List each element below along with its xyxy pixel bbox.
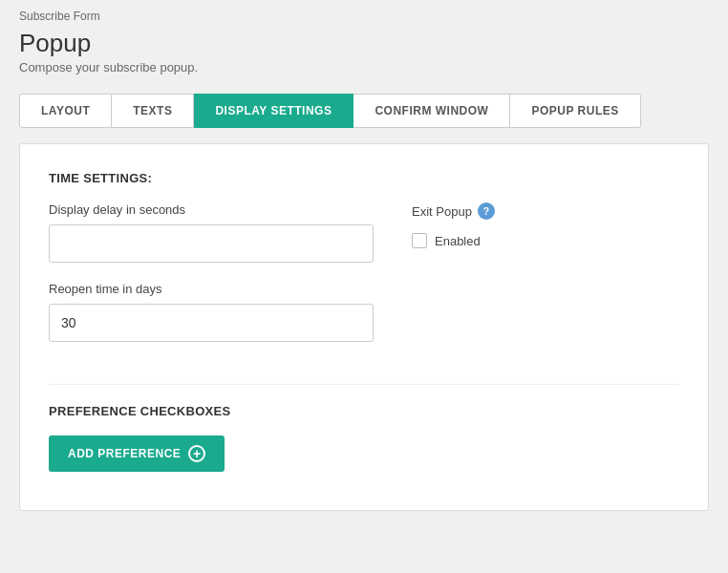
reopen-time-label: Reopen time in days bbox=[49, 282, 374, 296]
reopen-time-group: Reopen time in days bbox=[49, 282, 374, 342]
time-settings-title: TIME SETTINGS: bbox=[49, 171, 679, 185]
page-subtitle: Compose your subscribe popup. bbox=[19, 60, 709, 74]
section-divider bbox=[49, 384, 679, 385]
col-left: Display delay in seconds Reopen time in … bbox=[49, 202, 374, 361]
breadcrumb: Subscribe Form bbox=[19, 10, 709, 23]
add-preference-label: ADD PREFERENCE bbox=[68, 447, 181, 460]
tab-popup-rules[interactable]: POPUP RULES bbox=[510, 94, 640, 128]
display-delay-group: Display delay in seconds bbox=[49, 202, 374, 263]
page-wrapper: Subscribe Form Popup Compose your subscr… bbox=[0, 0, 728, 573]
tab-texts[interactable]: TEXTS bbox=[112, 94, 194, 128]
display-delay-input[interactable] bbox=[49, 224, 374, 263]
tabs-bar: LAYOUT TEXTS DISPLAY SETTINGS CONFIRM WI… bbox=[0, 80, 728, 128]
main-card: TIME SETTINGS: Display delay in seconds … bbox=[19, 143, 709, 511]
plus-icon: + bbox=[188, 445, 205, 462]
page-title: Popup bbox=[19, 29, 709, 58]
display-delay-label: Display delay in seconds bbox=[49, 202, 374, 217]
reopen-time-input[interactable] bbox=[49, 304, 374, 342]
two-col-layout: Display delay in seconds Reopen time in … bbox=[49, 202, 679, 361]
add-preference-button[interactable]: ADD PREFERENCE + bbox=[49, 435, 225, 472]
tab-confirm-window[interactable]: CONFIRM WINDOW bbox=[353, 94, 510, 128]
enabled-label: Enabled bbox=[435, 234, 481, 248]
help-icon[interactable]: ? bbox=[478, 202, 495, 220]
enabled-checkbox-row: Enabled bbox=[412, 233, 679, 248]
header: Subscribe Form Popup Compose your subscr… bbox=[0, 0, 728, 80]
preference-checkboxes-title: PREFERENCE CHECKBOXES bbox=[49, 404, 679, 418]
tab-display-settings[interactable]: DISPLAY SETTINGS bbox=[194, 94, 353, 128]
exit-popup-header: Exit Popup ? bbox=[412, 202, 679, 220]
col-right: Exit Popup ? Enabled bbox=[412, 202, 679, 248]
enabled-checkbox[interactable] bbox=[412, 233, 427, 248]
exit-popup-label: Exit Popup bbox=[412, 204, 472, 219]
tab-layout[interactable]: LAYOUT bbox=[19, 94, 112, 128]
